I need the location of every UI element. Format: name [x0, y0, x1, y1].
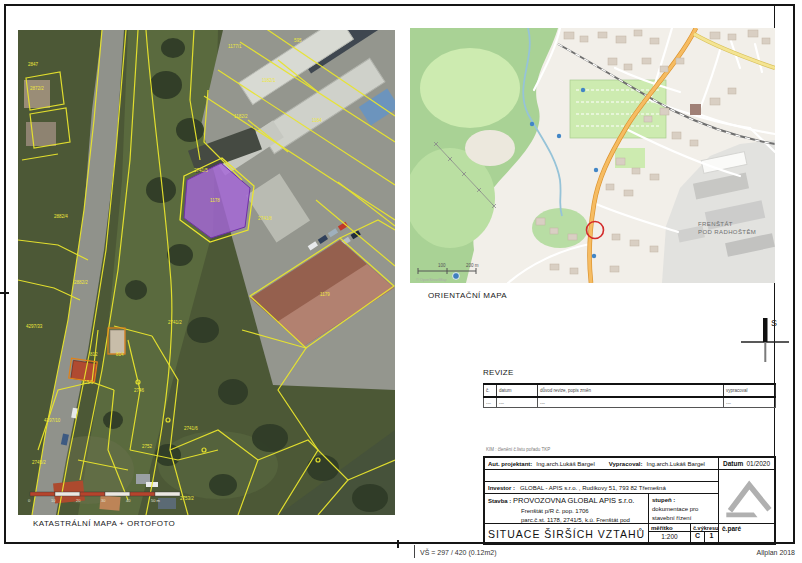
parcel-label: 1182/2 [234, 114, 248, 119]
scalebar-label: 50 m [151, 498, 161, 503]
orientation-map-caption: ORIENTAČNÍ MAPA [428, 291, 507, 300]
drawing-sheet: { "sheet": { "size_note": "VŠ = 297 / 42… [0, 0, 802, 563]
stupen-line2: stavební řízení [652, 514, 718, 523]
revize-data-row: --- --- --- --- [484, 397, 776, 408]
meritko-cell: měřítko 1:200 [648, 524, 690, 543]
stavba-line1: PROVOZOVNA GLOBAL APIS s.r.o. [513, 496, 634, 505]
parcel-label: 2847 [28, 62, 39, 67]
investor-label: Investor : [488, 485, 515, 491]
revize-cell: --- [724, 397, 776, 408]
sheet-size-note: VŠ = 297 / 420 (0.12m2) [420, 549, 496, 556]
datum-cell: Datum 01/2020 [718, 458, 774, 470]
vypracoval-value: Ing.arch.Lukáš Bargel [647, 461, 705, 467]
parcel-label: 2745/2 [32, 460, 46, 465]
stupen-label: stupeň : [652, 496, 718, 505]
parcel-label: 2882/4 [54, 214, 68, 219]
investor-row: Investor : GLOBAL - APIS s.r.o. , Rudíko… [485, 482, 718, 494]
parcel-label: 595 [294, 38, 302, 43]
revize-col: datum [497, 384, 538, 397]
town-label-line2: POD RADHOŠTĚM [698, 228, 756, 235]
datum-value: 01/2020 [747, 460, 771, 467]
cvykresu-cell: č.výkresu C 1 [690, 524, 718, 543]
author-row: Aut. projektant: Ing.arch.Lukáš Bargel V… [485, 458, 718, 470]
stupen-cell: stupeň : dokumentace pro stavební řízení [648, 494, 718, 524]
aut-projektant-value: Ing.arch.Lukáš Bargel [536, 461, 594, 467]
scalebar-label: 30 [101, 498, 106, 503]
parcel-label: 1178 [210, 198, 220, 203]
scalebar-label: 10 [51, 498, 56, 503]
stavba-line2: Frenštát p/R č. pop. 1706 [521, 507, 648, 516]
company-logo-icon [719, 472, 774, 522]
stupen-line1: dokumentace pro [652, 505, 718, 514]
north-arrow: S [735, 312, 795, 366]
cvykresu-label: č.výkresu [691, 524, 718, 532]
drawing-title: SITUACE ŠIRŠÍCH VZTAHŮ [485, 524, 648, 543]
stavba-cell: Stavba : PROVOZOVNA GLOBAL APIS s.r.o. F… [485, 494, 648, 524]
vypracoval-label: Vypracoval: [609, 461, 643, 467]
empty-row [485, 470, 718, 482]
cadastral-scalebar: 0 10 20 30 40 50 m [28, 492, 180, 503]
revize-col: č. [484, 384, 497, 397]
revize-col: důvod revize, popis změn [538, 384, 724, 397]
cvykresu-value-1: C [691, 532, 704, 542]
cvykresu-value-2: 1 [704, 532, 718, 542]
map-attribution: © OpenStreetMap [416, 278, 447, 282]
scalebar-label: 20 [76, 498, 81, 503]
parcel-label: 2741/6 [184, 426, 198, 431]
title-block: Aut. projektant: Ing.arch.Lukáš Bargel V… [483, 456, 776, 545]
scalebar-label: 40 [126, 498, 131, 503]
app-credit: Allplan 2018 [700, 549, 795, 556]
orientation-map[interactable]: FRENŠTÁT POD RADHOŠTĚM 100 200 m © OpenS… [410, 28, 775, 283]
cpare-cell: č.paré [718, 524, 774, 543]
stavba-label: Stavba : [488, 498, 511, 504]
parcel-label: 2882/2 [74, 280, 88, 285]
parcel-label: 812 [90, 352, 98, 357]
meritko-label: měřítko [649, 524, 690, 532]
cadastral-map[interactable]: 2847 2872/2 2882/4 2882/2 2741/5 1178 27… [18, 30, 395, 515]
parcel-label: 1177/1 [228, 44, 242, 49]
scale-label: 100 [438, 263, 446, 268]
logo-cell [718, 470, 774, 524]
scale-label: 200 m [466, 263, 479, 268]
town-label-line1: FRENŠTÁT [698, 221, 733, 227]
aut-projektant-label: Aut. projektant: [488, 461, 532, 467]
revize-col: vypracoval [724, 384, 776, 397]
parcel-label: 2753/2 [180, 496, 194, 501]
meritko-value: 1:200 [649, 532, 690, 540]
parcel-label: 1184 [312, 118, 322, 123]
revize-cell: --- [538, 397, 724, 408]
north-arrow-needle [763, 318, 768, 342]
fold-mark-left [0, 292, 9, 294]
parcel-label: 2746 [134, 388, 145, 393]
titleblock-note: KIM : členění č.listu pořadu TKP [486, 447, 550, 452]
revize-title: REVIZE [483, 368, 514, 377]
revize-cell: --- [497, 397, 538, 408]
map-pin-icon [453, 273, 460, 280]
parcel-label: 1179 [320, 292, 330, 297]
parcel-label: 814 [116, 352, 124, 357]
north-label: S [771, 318, 777, 328]
investor-value: GLOBAL - APIS s.r.o. , Rudíkovy 51, 793 … [520, 485, 666, 491]
revize-table: č. datum důvod revize, popis změn vyprac… [483, 383, 776, 408]
church-building [690, 104, 701, 115]
parcel-label: 2752 [142, 444, 153, 449]
parcel-label: 1182/1 [262, 78, 276, 83]
cadastral-map-caption: KATASTRÁLNÍ MAPA + ORTOFOTO [33, 519, 175, 528]
revize-header-row: č. datum důvod revize, popis změn vyprac… [484, 384, 776, 397]
parcel-label: 2741/2 [168, 320, 182, 325]
parcel-label: 4297/33 [26, 324, 43, 329]
parcel-label: 2872/2 [30, 86, 44, 91]
parcel-label: 4297/10 [44, 418, 61, 423]
fold-mark-bottom [397, 540, 399, 548]
datum-label: Datum [723, 460, 743, 467]
revize-cell: --- [484, 397, 497, 408]
parcel-label: 2741/8 [258, 216, 272, 221]
stavba-line3: parc.č.st. 1178, 2741/5, k.ú. Frenštát p… [521, 516, 648, 524]
parcel-label: 815/1 [82, 380, 94, 385]
parcel-label: 2741/5 [194, 168, 208, 173]
bottom-strip-divider [414, 545, 415, 558]
